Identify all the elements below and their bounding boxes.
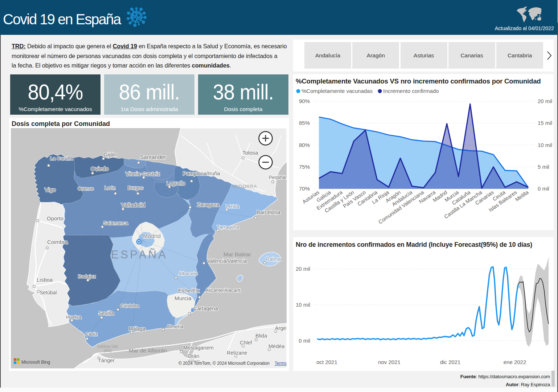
svg-text:Valladolid: Valladolid bbox=[121, 202, 145, 208]
svg-text:Barcelona: Barcelona bbox=[257, 209, 280, 215]
svg-text:Huelva: Huelva bbox=[66, 314, 82, 320]
svg-text:Vigo: Vigo bbox=[45, 187, 56, 193]
svg-text:80%: 80% bbox=[299, 142, 310, 148]
svg-text:Almería: Almería bbox=[167, 324, 184, 329]
svg-text:Argel: Argel bbox=[275, 325, 287, 331]
svg-text:Albacete: Albacete bbox=[179, 271, 198, 276]
svg-text:Setúbal: Setúbal bbox=[40, 290, 57, 295]
svg-text:Vitoria-Gasteiz: Vitoria-Gasteiz bbox=[126, 171, 160, 177]
svg-text:20 mil: 20 mil bbox=[538, 98, 552, 104]
svg-text:10 mil: 10 mil bbox=[538, 142, 552, 148]
svg-text:Tánger: Tánger bbox=[98, 358, 115, 363]
svg-text:Médéa: Médéa bbox=[268, 343, 285, 349]
svg-text:85%: 85% bbox=[299, 120, 310, 126]
svg-text:Burgos: Burgos bbox=[128, 185, 143, 191]
svg-text:90%: 90% bbox=[299, 98, 310, 104]
svg-text:León: León bbox=[104, 185, 115, 191]
svg-text:Oporto: Oporto bbox=[47, 215, 63, 221]
svg-text:dic 2021: dic 2021 bbox=[440, 359, 461, 365]
svg-text:Elche/Elx: Elche/Elx bbox=[178, 288, 199, 294]
svg-text:15 mil: 15 mil bbox=[538, 120, 552, 126]
svg-text:Lérida: Lérida bbox=[226, 204, 239, 209]
svg-text:Orán: Orán bbox=[188, 353, 199, 359]
svg-text:oct 2021: oct 2021 bbox=[316, 359, 337, 365]
svg-text:Orense: Orense bbox=[78, 186, 94, 191]
svg-text:Salamanca: Salamanca bbox=[103, 220, 128, 226]
svg-text:0 mil: 0 mil bbox=[299, 338, 310, 344]
svg-text:Mar de Alborán: Mar de Alborán bbox=[129, 347, 167, 354]
svg-text:Pamplona/Iruña: Pamplona/Iruña bbox=[183, 171, 220, 176]
svg-text:10 mil: 10 mil bbox=[296, 302, 310, 308]
svg-text:20 mil: 20 mil bbox=[296, 266, 310, 272]
svg-text:Cartagena: Cartagena bbox=[193, 306, 218, 311]
svg-text:Logroño: Logroño bbox=[167, 180, 185, 186]
svg-text:nov 2021: nov 2021 bbox=[378, 359, 401, 365]
svg-text:Gijón: Gijón bbox=[103, 151, 116, 158]
svg-text:© 2024 TomTom, © 2024 Microsof: © 2024 TomTom, © 2024 Microsoft Corporat… bbox=[179, 361, 270, 366]
svg-text:Relizane: Relizane bbox=[227, 350, 247, 356]
svg-text:Córdoba: Córdoba bbox=[120, 303, 139, 309]
svg-text:Microsoft Bing: Microsoft Bing bbox=[21, 360, 50, 365]
svg-text:70%: 70% bbox=[299, 185, 310, 192]
svg-text:Sevilla: Sevilla bbox=[98, 310, 114, 316]
svg-text:Murcia: Murcia bbox=[175, 295, 192, 301]
svg-text:Melilla: Melilla bbox=[514, 189, 530, 203]
svg-text:Alicante/Alacant: Alicante/Alacant bbox=[205, 287, 241, 293]
svg-text:75%: 75% bbox=[299, 164, 310, 170]
svg-text:Valencia/València: Valencia/València bbox=[207, 258, 247, 264]
svg-text:Incremento confirmado: Incremento confirmado bbox=[383, 88, 439, 94]
svg-text:Mostaganem: Mostaganem bbox=[183, 345, 214, 351]
svg-text:Blida: Blida bbox=[255, 333, 267, 339]
svg-text:ene 2022: ene 2022 bbox=[504, 359, 526, 365]
svg-text:Terms: Terms bbox=[275, 361, 287, 366]
svg-text:Zaragoza: Zaragoza bbox=[197, 202, 219, 208]
svg-text:Perpiñán: Perpiñán bbox=[269, 175, 287, 180]
svg-text:Cádiz: Cádiz bbox=[85, 331, 98, 337]
svg-text:Nro de incrementos confirmados: Nro de incrementos confirmados en Madrid… bbox=[296, 241, 532, 248]
svg-text:5 mil: 5 mil bbox=[538, 164, 549, 170]
svg-text:Tarragona: Tarragona bbox=[217, 224, 239, 230]
svg-text:%Completamente vacunadas: %Completamente vacunadas bbox=[301, 88, 373, 94]
svg-text:Lisboa: Lisboa bbox=[37, 277, 53, 283]
svg-text:Málaga: Málaga bbox=[129, 326, 145, 332]
svg-text:Badajoz: Badajoz bbox=[78, 274, 96, 279]
svg-text:ANDORRA: ANDORRA bbox=[232, 184, 257, 189]
svg-text:La Coruña: La Coruña bbox=[50, 156, 73, 161]
svg-text:Mar Balear: Mar Balear bbox=[223, 251, 251, 257]
svg-text:Oviedo: Oviedo bbox=[91, 166, 108, 172]
svg-text:Madrid: Madrid bbox=[143, 233, 161, 239]
svg-text:Coimbra: Coimbra bbox=[47, 239, 68, 245]
svg-text:Palma: Palma bbox=[266, 256, 281, 262]
svg-text:ESPAÑA: ESPAÑA bbox=[111, 248, 168, 261]
svg-text:0 mil: 0 mil bbox=[538, 185, 549, 192]
svg-text:Tolosa: Tolosa bbox=[242, 150, 258, 156]
svg-text:(RU): (RU) bbox=[104, 348, 112, 353]
svg-text:Chlef: Chlef bbox=[240, 340, 253, 346]
svg-text:Santander: Santander bbox=[140, 154, 166, 160]
svg-text:%Completamente Vacunados VS nr: %Completamente Vacunados VS nro incremen… bbox=[296, 77, 541, 85]
